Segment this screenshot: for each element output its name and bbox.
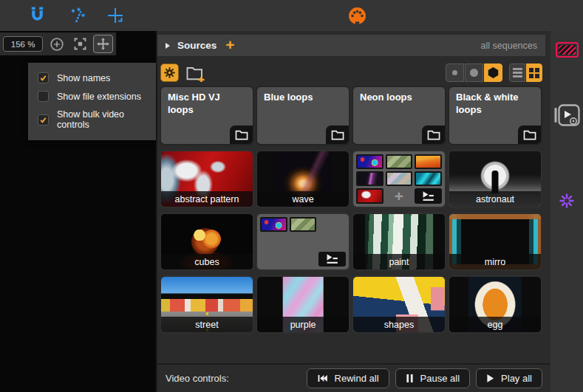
effects-burst-icon[interactable]	[550, 193, 583, 209]
sequence-thumbnail[interactable]	[356, 188, 383, 204]
play-all-button[interactable]: Play all	[476, 368, 542, 388]
empty-slot	[318, 234, 346, 249]
list-view-button[interactable]	[509, 63, 525, 82]
pan-tool-button[interactable]	[93, 35, 113, 53]
size-small-button[interactable]	[446, 63, 464, 82]
media-grid: Misc HD VJ loops Blue loops Neon loops B…	[160, 86, 545, 334]
collapse-panel-icon[interactable]	[166, 43, 170, 49]
video-name-label: street	[161, 317, 253, 332]
magnet-icon[interactable]	[27, 6, 47, 25]
sequence-thumbnail[interactable]	[356, 171, 383, 186]
folder-name: Misc HD VJ loops	[168, 92, 220, 115]
checkbox[interactable]	[38, 114, 49, 125]
video-tile[interactable]: mirro	[448, 213, 542, 271]
sequence-thumbnail[interactable]	[415, 171, 442, 186]
video-controls-label: Video controls:	[166, 373, 229, 384]
media-player-settings-icon[interactable]	[550, 103, 583, 128]
sources-panel: Sources + all sequences	[157, 31, 550, 392]
folder-name: Black & white loops	[456, 92, 519, 115]
video-tile[interactable]: cubes	[160, 213, 254, 271]
play-all-label: Play all	[501, 373, 532, 384]
sequence-thumbnail[interactable]	[386, 171, 413, 186]
sequence-playlist-button[interactable]	[415, 188, 442, 204]
video-tile[interactable]: abstract pattern	[160, 150, 254, 208]
rewind-all-label: Rewind all	[335, 373, 379, 384]
grid-view-button[interactable]	[526, 63, 542, 82]
fit-view-icon[interactable]	[70, 35, 90, 53]
folder-icon	[422, 125, 445, 144]
empty-slot	[290, 252, 317, 267]
view-menu-item[interactable]: Show file extensions	[28, 87, 156, 106]
folder-name: Neon loops	[360, 92, 412, 103]
sequence-thumbnail[interactable]	[290, 217, 317, 232]
record-strip-icon[interactable]	[550, 42, 583, 58]
sequence-tile[interactable]: +	[352, 150, 446, 208]
video-name-label: purple	[257, 317, 349, 332]
video-tile[interactable]: paint	[352, 213, 446, 271]
sequence-tile[interactable]	[256, 213, 350, 271]
sequence-filter[interactable]: all sequences	[481, 41, 537, 51]
folder-card[interactable]: Blue loops	[256, 86, 350, 145]
size-medium-button[interactable]	[465, 63, 483, 82]
video-name-label: paint	[353, 254, 445, 269]
view-menu-item-label: Show names	[57, 73, 110, 83]
video-tile[interactable]: egg	[448, 275, 542, 334]
video-tile[interactable]: shapes	[352, 275, 446, 334]
add-to-sequence-button[interactable]: +	[386, 188, 413, 204]
sequence-thumbnail[interactable]	[356, 154, 383, 169]
video-name-label: astronaut	[449, 191, 541, 207]
empty-slot	[318, 217, 346, 232]
pause-all-button[interactable]: Pause all	[395, 368, 470, 388]
midi-connector-icon	[347, 6, 366, 25]
right-sidebar	[550, 31, 583, 392]
zoom-level-input[interactable]: 156 %	[3, 36, 43, 52]
pause-all-label: Pause all	[420, 373, 460, 384]
rewind-all-button[interactable]: Rewind all	[307, 368, 389, 388]
folder-card[interactable]: Black & white loops	[448, 86, 542, 145]
folder-icon	[326, 125, 349, 144]
video-name-label: mirro	[449, 254, 541, 269]
sources-settings-button[interactable]	[160, 63, 179, 82]
empty-slot	[260, 252, 287, 267]
zoom-in-icon[interactable]	[47, 35, 67, 53]
view-mode-group	[509, 63, 542, 82]
view-menu-item-label: Show bulk video controls	[57, 109, 146, 130]
folder-icon	[518, 125, 541, 144]
canvas-panel: 156 % Show names Show file extensions Sh…	[0, 31, 157, 392]
add-guide-icon[interactable]	[106, 6, 125, 25]
top-toolbar	[0, 0, 583, 31]
new-folder-icon[interactable]	[185, 63, 205, 83]
video-name-label: wave	[257, 191, 349, 207]
sources-title: Sources	[177, 40, 217, 51]
thumbnail-size-group	[446, 63, 502, 82]
video-name-label: abstract pattern	[161, 191, 253, 207]
sequence-playlist-button[interactable]	[318, 252, 346, 267]
video-name-label: shapes	[353, 317, 445, 332]
size-large-button[interactable]	[484, 63, 502, 82]
folder-name: Blue loops	[264, 92, 313, 103]
video-name-label: cubes	[161, 254, 253, 269]
folder-icon	[230, 125, 253, 144]
view-options-menu: Show names Show file extensions Show bul…	[28, 63, 156, 140]
view-menu-item-label: Show file extensions	[57, 92, 141, 102]
video-tile[interactable]: street	[160, 275, 254, 334]
empty-slot	[290, 234, 317, 249]
video-tile[interactable]: purple	[256, 275, 350, 334]
folder-card[interactable]: Neon loops	[352, 86, 446, 145]
checkbox[interactable]	[38, 72, 49, 83]
sequence-thumbnail[interactable]	[386, 154, 413, 169]
video-tile[interactable]: wave	[256, 150, 350, 208]
add-source-button[interactable]: +	[225, 37, 234, 52]
sources-toolbar	[157, 62, 545, 83]
sequence-thumbnail[interactable]	[415, 154, 442, 169]
checkbox[interactable]	[38, 91, 49, 102]
sequence-thumbnail[interactable]	[260, 217, 287, 232]
empty-slot	[260, 234, 287, 249]
video-name-label: egg	[449, 317, 541, 332]
view-menu-item[interactable]: Show names	[28, 69, 156, 87]
folder-card[interactable]: Misc HD VJ loops	[160, 86, 254, 145]
video-controls-bar: Video controls: Rewind all Pause all Pla…	[157, 363, 550, 392]
magic-wand-icon[interactable]	[68, 6, 87, 25]
video-tile[interactable]: astronaut	[448, 150, 542, 208]
view-menu-item[interactable]: Show bulk video controls	[28, 106, 156, 134]
